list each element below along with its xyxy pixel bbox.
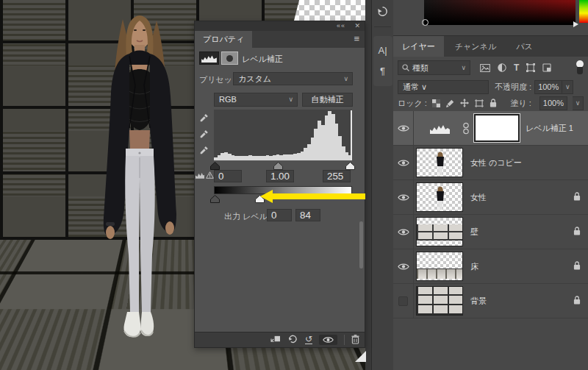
levels-adjustment-icon[interactable] <box>199 51 219 65</box>
input-midtone-field[interactable] <box>266 170 294 182</box>
canvas-transparency-checkerboard <box>294 0 365 21</box>
hue-slider-pointer[interactable] <box>573 21 578 27</box>
color-saturation-field[interactable] <box>424 0 576 25</box>
layer-visibility-toggle[interactable] <box>393 111 414 145</box>
paragraph-panel-icon[interactable]: ¶ <box>373 61 392 82</box>
history-panel-icon[interactable] <box>373 1 392 21</box>
output-shadow-slider[interactable] <box>210 195 220 203</box>
auto-correct-button[interactable]: 自動補正 <box>302 93 353 107</box>
adjustment-title: レベル補正 <box>242 54 283 65</box>
output-highlight-field[interactable] <box>295 209 320 221</box>
layer-thumbnail[interactable] <box>416 148 463 177</box>
layer-name: 壁 <box>470 227 478 238</box>
lock-all-icon[interactable] <box>490 99 497 107</box>
eye-icon <box>398 124 409 132</box>
lock-icon <box>573 227 581 237</box>
output-levels-label: 出力 レベル : <box>224 211 272 222</box>
close-panel-icon[interactable]: ✕ <box>354 22 361 29</box>
input-highlight-slider[interactable] <box>345 162 355 170</box>
layer-thumbnail[interactable] <box>416 217 463 246</box>
layers-panel: レイヤー チャンネル パス 種類 ∨ T <box>393 35 588 370</box>
eye-icon <box>398 159 409 167</box>
layer-visibility-toggle[interactable] <box>393 249 414 283</box>
layer-thumbnail[interactable] <box>416 252 463 281</box>
levels-layer-icon[interactable] <box>430 123 450 135</box>
filter-adjustment-layers-icon[interactable] <box>498 63 506 72</box>
filter-smart-objects-icon[interactable] <box>542 63 551 72</box>
layer-name: レベル補正 1 <box>526 123 573 134</box>
fill-value[interactable]: 100% <box>539 96 567 110</box>
eye-icon <box>398 193 409 202</box>
opacity-value[interactable]: 100% <box>534 80 562 94</box>
layer-name: 女性 のコピー <box>470 157 522 168</box>
lock-label: ロック : <box>398 98 427 109</box>
gray-point-eyedropper-icon[interactable] <box>196 127 212 141</box>
channel-dropdown[interactable]: RGB ∨ <box>214 93 298 107</box>
layer-name: 床 <box>470 261 478 272</box>
delete-adjustment-icon[interactable] <box>351 335 359 346</box>
pasteboard-gap <box>365 0 371 370</box>
lock-transparency-icon[interactable] <box>432 99 440 107</box>
panel-menu-icon[interactable]: ≡ <box>354 33 359 44</box>
input-shadow-field[interactable] <box>214 170 242 182</box>
chevron-down-icon: ∨ <box>461 64 466 71</box>
panel-scrollbar[interactable] <box>359 221 363 268</box>
opacity-dropdown-icon[interactable]: ∨ <box>562 80 573 94</box>
layer-row-wall[interactable]: 壁 <box>393 215 588 249</box>
filter-kind-dropdown[interactable]: 種類 ∨ <box>398 60 470 75</box>
color-panel <box>393 0 588 35</box>
tab-properties[interactable]: プロパティ <box>195 31 252 48</box>
cache-warning-icon[interactable] <box>196 171 214 179</box>
lock-icon <box>573 261 581 271</box>
mask-link-icon[interactable] <box>463 122 469 136</box>
layer-mask-thumbnail[interactable] <box>474 114 520 142</box>
character-panel-icon[interactable]: A| <box>373 40 392 61</box>
layer-thumbnail[interactable] <box>416 286 463 316</box>
white-point-eyedropper-icon[interactable] <box>196 143 212 157</box>
tab-layers[interactable]: レイヤー <box>393 36 444 57</box>
lock-artboard-icon[interactable] <box>475 99 484 107</box>
collapse-panel-icon[interactable]: «« <box>337 22 345 29</box>
filter-type-layers-icon[interactable]: T <box>514 63 519 73</box>
tab-channels[interactable]: チャンネル <box>446 36 505 57</box>
black-point-eyedropper-icon[interactable] <box>196 111 212 125</box>
reset-adjustment-icon[interactable]: ↺ <box>305 335 312 344</box>
tab-paths[interactable]: パス <box>507 36 542 57</box>
chevron-down-icon: ∨ <box>421 82 427 91</box>
layer-visibility-toggle[interactable] <box>393 215 414 249</box>
clip-to-layer-icon[interactable] <box>270 335 281 345</box>
filter-on-off-toggle[interactable] <box>576 60 584 76</box>
lock-position-icon[interactable] <box>460 99 469 107</box>
input-midtone-slider[interactable] <box>273 162 283 170</box>
filter-pixel-layers-icon[interactable] <box>480 64 490 72</box>
layer-row-floor[interactable]: 床 <box>393 249 588 284</box>
layer-row-woman[interactable]: 女性 <box>393 180 588 215</box>
panel-resize-grip[interactable] <box>355 351 366 362</box>
filter-shape-layers-icon[interactable] <box>526 63 535 72</box>
layer-row-background[interactable]: 背景 <box>393 284 588 319</box>
input-highlight-field[interactable] <box>323 170 351 182</box>
toggle-visibility-button[interactable] <box>319 335 337 345</box>
lock-pixels-icon[interactable] <box>446 99 454 107</box>
preset-dropdown[interactable]: カスタム ∨ <box>233 72 353 85</box>
layer-visibility-toggle[interactable] <box>393 146 414 179</box>
layer-visibility-toggle[interactable] <box>393 180 414 214</box>
mask-properties-icon[interactable] <box>221 51 238 65</box>
blend-mode-dropdown[interactable]: 通常 ∨ <box>398 80 489 94</box>
hue-slider[interactable] <box>579 0 588 23</box>
lock-icon <box>573 192 581 202</box>
annotation-arrow <box>260 190 365 203</box>
layer-row-levels-adjustment[interactable]: レベル補正 1 <box>393 111 588 146</box>
color-selector-circle[interactable] <box>422 19 429 26</box>
view-previous-state-icon[interactable] <box>287 335 298 345</box>
layer-visibility-toggle[interactable] <box>393 284 414 318</box>
layer-thumbnail[interactable] <box>416 182 463 212</box>
panel-dock-strip: A| ¶ <box>371 0 393 370</box>
input-shadow-slider[interactable] <box>210 162 220 170</box>
eye-hidden-icon <box>398 296 408 306</box>
output-shadow-field[interactable] <box>267 209 292 221</box>
layer-row-woman-copy[interactable]: 女性 のコピー <box>393 146 588 180</box>
properties-panel: «« ✕ プロパティ ≡ レベル補正 プリセット : カスタム ∨ RGB ∨ … <box>194 21 365 348</box>
fill-dropdown-icon[interactable]: ∨ <box>573 96 584 110</box>
fill-label: 塗り : <box>510 98 531 109</box>
